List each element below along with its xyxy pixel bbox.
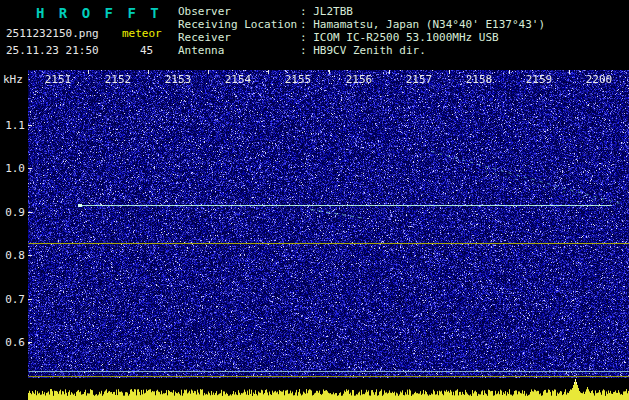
info-value: : JL2TBB <box>300 5 353 18</box>
freq-tick-label: 0.8 <box>0 249 25 262</box>
datetime: 25.11.23 21:50 <box>6 44 99 57</box>
info-row-observer: Observer: JL2TBB <box>178 5 545 18</box>
time-tick-label: 2157 <box>404 73 434 86</box>
info-row-location: Receiving Location: Hamamatsu, Japan (N3… <box>178 18 545 31</box>
time-tick-label: 2155 <box>283 73 313 86</box>
amplitude-graph-canvas <box>28 378 629 400</box>
station-info: Observer: JL2TBB Receiving Location: Ham… <box>178 5 545 57</box>
freq-tick-label: 1.0 <box>0 162 25 175</box>
info-label: Antenna <box>178 44 300 57</box>
time-tick-label: 2151 <box>43 73 73 86</box>
info-value: : HB9CV Zenith dir. <box>300 44 426 57</box>
time-tick-label: 2152 <box>103 73 133 86</box>
time-tick-label: 2153 <box>163 73 193 86</box>
freq-tick-label: 0.9 <box>0 206 25 219</box>
info-value: : ICOM IC-R2500 53.1000MHz USB <box>300 31 499 44</box>
freq-tick-label: 0.6 <box>0 336 25 349</box>
info-label: Receiving Location <box>178 18 300 31</box>
info-label: Receiver <box>178 31 300 44</box>
time-tick-label: 2156 <box>344 73 374 86</box>
hrofft-app: H R O F F T 2511232150.png meteor 25.11.… <box>0 0 629 400</box>
info-row-receiver: Receiver: ICOM IC-R2500 53.1000MHz USB <box>178 31 545 44</box>
freq-tick-label: 0.7 <box>0 293 25 306</box>
freq-tick-label: 1.1 <box>0 119 25 132</box>
info-value: : Hamamatsu, Japan (N34°40' E137°43') <box>300 18 545 31</box>
time-tick-label: 2154 <box>223 73 253 86</box>
info-label: Observer <box>178 5 300 18</box>
meteor-count: 45 <box>140 44 153 57</box>
spectrogram-canvas <box>28 70 629 378</box>
time-tick-label: 2158 <box>464 73 494 86</box>
info-row-antenna: Antenna: HB9CV Zenith dir. <box>178 44 545 57</box>
time-tick-label: 2200 <box>584 73 614 86</box>
filename: 2511232150.png <box>6 27 99 40</box>
freq-axis-unit: kHz <box>3 73 23 86</box>
time-tick-label: 2159 <box>524 73 554 86</box>
mode-label: meteor <box>122 27 162 40</box>
app-title: H R O F F T <box>36 5 162 21</box>
